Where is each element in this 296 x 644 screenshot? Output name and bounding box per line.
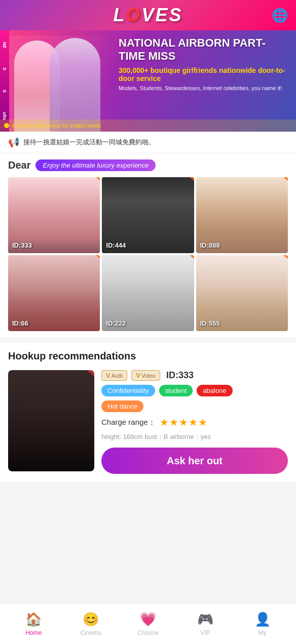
banner-bottom-bar: 4-hour on-site service for instant resul…: [0, 119, 296, 132]
banner-bottom-text: 4-hour on-site service for instant resul…: [12, 123, 101, 129]
grid-id-6: ID:555: [200, 319, 220, 327]
nav-choose-label: Choose: [137, 629, 158, 636]
grid-item-2[interactable]: Airborne ID:444: [102, 177, 194, 253]
tag-student[interactable]: student: [159, 385, 193, 396]
auth-label: Auth: [112, 373, 123, 379]
tags-row: Confidentiality student abalone: [101, 385, 288, 396]
dear-section: Dear Enjoy the ultimate luxury experienc…: [0, 153, 296, 337]
auth-badge: V Auth: [101, 370, 127, 381]
vip-icon: 🎮: [197, 612, 213, 627]
nav-vip[interactable]: 🎮 VIP: [185, 612, 226, 636]
nav-choose[interactable]: 💗 Choose: [128, 612, 168, 636]
nav-home[interactable]: 🏠 Home: [13, 612, 54, 636]
tag-hotdance[interactable]: Hot dance: [101, 400, 143, 412]
banner-subtitle: 300,000+ boutique girlfriends nationwide…: [119, 66, 291, 83]
app-header: LOVES 🌐: [0, 0, 296, 30]
grid-id-3: ID:888: [200, 242, 220, 249]
my-icon: 👤: [254, 612, 271, 627]
announcement-bar: 📢 接待一挑選姑娘一完成活動一同城免費約啪。: [0, 132, 296, 153]
nav-my[interactable]: 👤 My: [242, 612, 283, 636]
dear-header: Dear Enjoy the ultimate luxury experienc…: [8, 159, 288, 171]
dot-icon: [4, 123, 9, 128]
nav-cinema[interactable]: 😊 Cinema: [70, 612, 111, 636]
bottom-nav: 🏠 Home 😊 Cinema 💗 Choose 🎮 VIP 👤 My: [0, 603, 296, 644]
tag-confidentiality[interactable]: Confidentiality: [101, 385, 155, 396]
tag-abalone[interactable]: abalone: [197, 385, 232, 396]
home-icon: 🏠: [25, 612, 42, 627]
banner-desc: Models, Students, Stewardesses, Internet…: [119, 85, 291, 92]
cinema-icon: 😊: [83, 612, 99, 627]
stars-rating: ★★★★★: [160, 416, 208, 428]
tags-row-2: Hot dance: [101, 400, 288, 412]
hookup-card: Dear V Auth V Video ID:333 Confidentiali…: [8, 370, 288, 474]
nav-my-label: My: [258, 629, 267, 636]
video-label: Video: [141, 373, 156, 379]
grid-id-2: ID:444: [106, 242, 126, 249]
video-badge: V Video: [131, 370, 160, 381]
grid-id-5: ID:222: [106, 319, 126, 327]
grid-item-1[interactable]: Airborne ID:333: [8, 177, 100, 253]
nav-cinema-label: Cinema: [81, 629, 101, 636]
hookup-section: Hookup recommendations Dear V Auth V Vid…: [0, 342, 296, 482]
app-logo: LOVES: [113, 5, 182, 26]
charge-row: Charge range： ★★★★★: [101, 416, 288, 428]
banner-left-strip: NE S S ults: [0, 30, 9, 132]
hookup-info: V Auth V Video ID:333 Confidentiality st…: [101, 370, 288, 474]
grid-id-1: ID:333: [12, 242, 32, 249]
grid-item-3[interactable]: Airborne ID:888: [196, 177, 288, 253]
hookup-title: Hookup recommendations: [8, 350, 288, 362]
stats-row: height: 168cm bust：B airborne：yes: [101, 432, 288, 441]
girl-grid: Airborne ID:333 Airborne ID:444 Airborne…: [8, 177, 288, 331]
nav-vip-label: VIP: [200, 629, 210, 636]
grid-item-5[interactable]: Airborne ID:222: [102, 255, 194, 331]
announcement-text: 接待一挑選姑娘一完成活動一同城免費約啪。: [23, 138, 155, 147]
banner-text: NATIONAL AIRBORN PART-TIME MISS 300,000+…: [119, 36, 291, 92]
hookup-id: ID:333: [166, 370, 194, 381]
luxury-badge: Enjoy the ultimate luxury experience: [35, 159, 156, 171]
dear-label: Dear: [8, 159, 30, 171]
nav-home-label: Home: [25, 629, 42, 636]
banner-title: NATIONAL AIRBORN PART-TIME MISS: [119, 36, 291, 63]
globe-icon[interactable]: 🌐: [272, 8, 288, 23]
banner-girls: [9, 35, 121, 132]
hookup-top-row: V Auth V Video ID:333: [101, 370, 288, 381]
v-mark-video: V: [136, 372, 140, 379]
ask-her-out-button[interactable]: Ask her out: [101, 448, 288, 474]
megaphone-icon: 📢: [8, 137, 19, 148]
charge-label: Charge range：: [101, 418, 156, 427]
grid-item-4[interactable]: Airborne ID:66: [8, 255, 100, 331]
choose-icon: 💗: [140, 612, 156, 627]
grid-item-6[interactable]: Airborne ID:555: [196, 255, 288, 331]
v-mark-auth: V: [106, 372, 110, 379]
promo-banner[interactable]: NE S S ults NATIONAL AIRBORN PART-TIME M…: [0, 30, 296, 132]
hookup-photo[interactable]: Dear: [8, 370, 94, 471]
grid-id-4: ID:66: [12, 319, 28, 327]
